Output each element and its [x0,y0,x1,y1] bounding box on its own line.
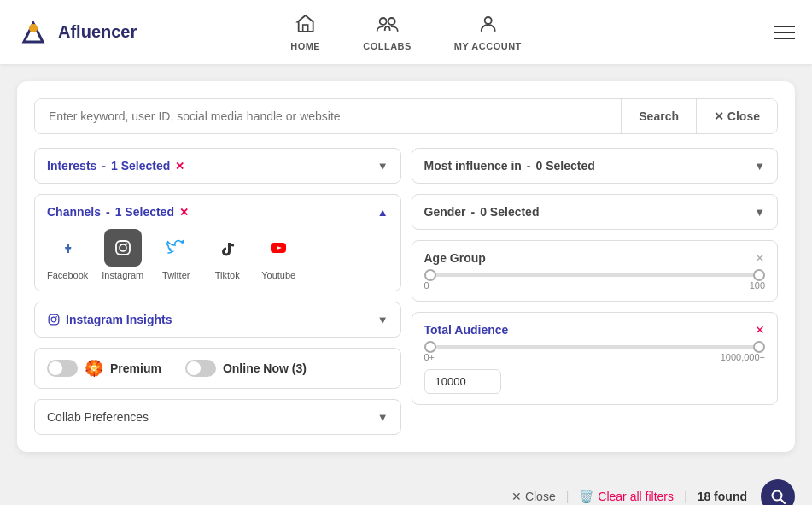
audience-fill [424,345,766,349]
nav-collabs[interactable]: COLLABS [363,14,412,51]
interests-label: Interests - 1 Selected ✕ [47,159,184,173]
interests-clear-icon[interactable]: ✕ [175,160,184,173]
footer-search-button[interactable] [761,479,795,505]
channels-dash: - [106,205,110,219]
tiktok-icon [208,229,246,267]
nav-account[interactable]: MY ACCOUNT [454,14,522,51]
instagram-insights-icon [47,313,61,326]
gender-filter[interactable]: Gender - 0 Selected ▼ [412,194,779,230]
nav-center: HOME COLLABS MY ACCOUNT [290,14,522,51]
footer-bar: ✕ Close | 🗑️ Clear all filters | 18 foun… [0,469,812,505]
youtube-icon [260,229,297,267]
account-icon [478,14,497,38]
footer-found-label: 18 found [698,490,747,503]
instagram-icon [104,229,142,267]
channels-filter: Channels - 1 Selected ✕ ▲ [34,194,401,291]
most-influence-chevron-icon: ▼ [754,160,765,173]
channel-facebook[interactable]: Facebook [47,229,88,280]
hamburger-menu[interactable] [774,26,795,39]
collab-preferences-chevron-icon: ▼ [377,411,388,424]
facebook-icon [49,229,86,267]
navbar: Afluencer HOME COLLABS [0,0,812,64]
age-group-filter: Age Group ✕ 0 100 [412,240,779,302]
main-container: Search ✕ Close Interests - 1 Selected ✕ … [0,64,812,469]
toggle-row: 🏵️ Premium Online Now (3) [34,348,401,389]
total-audience-filter: Total Audience ✕ 0+ 1000,000+ [412,312,779,405]
premium-label: Premium [110,361,161,375]
audience-header: Total Audience ✕ [424,323,766,337]
home-icon [295,14,316,38]
instagram-insights-chevron-icon: ▼ [377,314,388,326]
audience-value-input[interactable] [424,369,501,394]
audience-track [424,345,766,349]
audience-thumb-min[interactable] [424,341,436,353]
interests-filter[interactable]: Interests - 1 Selected ✕ ▼ [34,148,401,184]
premium-icon: 🏵️ [85,359,103,378]
footer-divider-2: | [684,490,687,503]
interests-dash: - [102,159,106,173]
audience-thumb-max[interactable] [753,341,765,353]
online-label: Online Now (3) [223,361,307,375]
channel-icons-group: Facebook Instagram [47,229,388,280]
nav-home-label: HOME [290,41,320,51]
filter-columns: Interests - 1 Selected ✕ ▼ Channels - 1 … [34,148,778,435]
footer-clear-button[interactable]: 🗑️ Clear all filters [579,490,674,503]
twitter-label: Twitter [162,270,190,280]
trash-icon: 🗑️ [579,490,593,503]
right-column: Most influence in - 0 Selected ▼ Gender … [412,148,779,435]
most-influence-text: Most influence in [424,159,522,173]
nav-account-label: MY ACCOUNT [454,41,522,51]
gender-text: Gender [424,205,466,219]
footer-clear-label: Clear all filters [598,490,674,503]
logo[interactable]: Afluencer [17,16,137,49]
gender-dash: - [471,205,476,219]
online-toggle[interactable] [185,360,216,377]
channel-instagram[interactable]: Instagram [102,229,143,280]
age-group-track [424,273,766,277]
channels-header: Channels - 1 Selected ✕ ▲ [47,205,388,219]
svg-line-16 [780,499,785,503]
age-group-clear-icon[interactable]: ✕ [755,251,765,265]
age-group-title: Age Group [424,251,486,265]
tiktok-label: Tiktok [215,270,240,280]
filter-card: Search ✕ Close Interests - 1 Selected ✕ … [17,81,795,452]
age-group-thumb-max[interactable] [753,269,765,281]
most-influence-dash: - [527,159,531,173]
search-close-button[interactable]: ✕ Close [696,99,777,133]
footer-divider: | [566,490,570,503]
svg-point-9 [126,244,127,245]
search-input[interactable] [35,99,621,133]
channels-chevron-icon[interactable]: ▲ [377,206,388,219]
instagram-insights-text: Instagram Insights [66,313,172,326]
collab-preferences-label: Collab Preferences [47,410,149,424]
age-group-thumb-min[interactable] [424,269,436,281]
audience-min-label: 0+ [424,352,435,362]
left-column: Interests - 1 Selected ✕ ▼ Channels - 1 … [34,148,401,435]
twitter-icon [157,229,195,267]
instagram-label: Instagram [102,270,143,280]
nav-home[interactable]: HOME [290,14,320,51]
channels-clear-icon[interactable]: ✕ [179,206,189,219]
online-toggle-knob [187,361,201,375]
age-group-header: Age Group ✕ [424,251,766,265]
audience-clear-icon[interactable]: ✕ [755,323,765,337]
premium-toggle-item: 🏵️ Premium [47,359,161,378]
svg-point-4 [388,18,395,25]
channel-twitter[interactable]: Twitter [157,229,195,280]
youtube-label: Youtube [261,270,295,280]
channel-youtube[interactable]: Youtube [260,229,297,280]
channel-tiktok[interactable]: Tiktok [208,229,246,280]
instagram-insights-label: Instagram Insights [47,313,172,326]
collab-preferences-filter[interactable]: Collab Preferences ▼ [34,399,401,435]
footer-close-button[interactable]: ✕ Close [511,490,556,503]
search-button[interactable]: Search [621,99,696,133]
premium-toggle[interactable] [47,360,78,377]
interests-chevron-icon: ▼ [377,160,388,173]
most-influence-filter[interactable]: Most influence in - 0 Selected ▼ [412,148,779,184]
age-group-min-label: 0 [424,280,429,291]
svg-point-8 [120,244,126,251]
nav-collabs-label: COLLABS [363,41,412,51]
svg-point-13 [51,317,56,322]
interests-selected: 1 Selected [111,159,170,173]
instagram-insights-filter[interactable]: Instagram Insights ▼ [34,302,401,338]
